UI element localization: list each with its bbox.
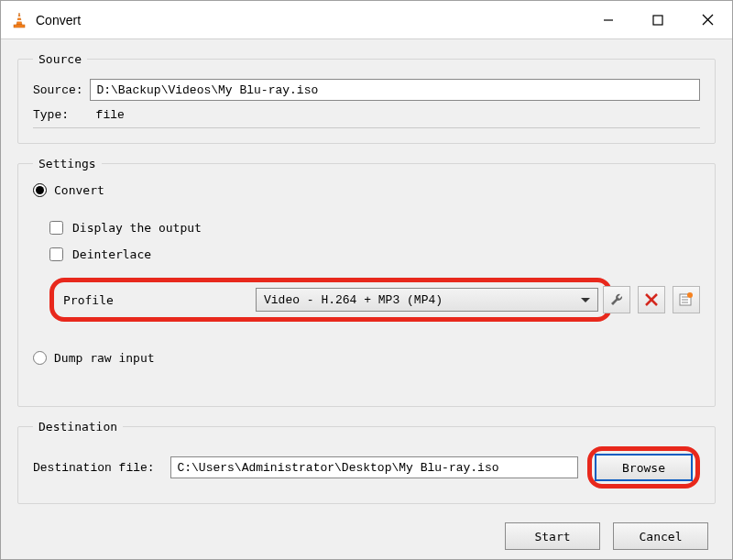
convert-radio-label: Convert bbox=[54, 183, 104, 197]
profile-highlight: Profile Video - H.264 + MP3 (MP4) bbox=[49, 278, 612, 322]
convert-window: Convert Source Source: Type: file bbox=[0, 0, 733, 560]
titlebar: Convert bbox=[1, 1, 732, 39]
profile-value: Video - H.264 + MP3 (MP4) bbox=[264, 293, 443, 307]
dump-raw-radio[interactable]: Dump raw input bbox=[33, 351, 155, 365]
svg-rect-4 bbox=[653, 16, 662, 25]
profile-row: Profile Video - H.264 + MP3 (MP4) bbox=[49, 278, 700, 322]
start-button[interactable]: Start bbox=[505, 522, 600, 550]
source-input[interactable] bbox=[90, 79, 700, 101]
divider bbox=[33, 127, 700, 128]
profile-combobox[interactable]: Video - H.264 + MP3 (MP4) bbox=[256, 288, 598, 312]
deinterlace-input[interactable] bbox=[49, 247, 63, 261]
delete-icon bbox=[645, 293, 658, 306]
destination-legend: Destination bbox=[33, 420, 123, 434]
display-output-label: Display the output bbox=[72, 221, 202, 235]
window-title: Convert bbox=[36, 13, 584, 27]
cancel-label: Cancel bbox=[640, 530, 683, 544]
svg-point-13 bbox=[687, 292, 693, 298]
source-legend: Source bbox=[33, 52, 87, 66]
settings-group: Settings Convert Display the output Dein… bbox=[17, 157, 716, 407]
source-group: Source Source: Type: file bbox=[17, 52, 716, 144]
delete-profile-button[interactable] bbox=[638, 286, 665, 313]
svg-rect-0 bbox=[17, 16, 22, 18]
new-profile-icon bbox=[679, 292, 694, 307]
type-value: file bbox=[96, 108, 125, 122]
profile-label: Profile bbox=[63, 293, 256, 307]
destination-file-label: Destination file: bbox=[33, 461, 161, 475]
edit-profile-button[interactable] bbox=[603, 286, 630, 313]
dump-raw-label: Dump raw input bbox=[54, 351, 155, 365]
convert-radio[interactable]: Convert bbox=[33, 183, 104, 197]
display-output-checkbox[interactable]: Display the output bbox=[49, 221, 202, 235]
browse-label: Browse bbox=[622, 461, 665, 475]
window-controls bbox=[584, 1, 732, 38]
content-area: Source Source: Type: file Settings Conve… bbox=[1, 39, 732, 559]
svg-rect-2 bbox=[14, 25, 25, 27]
chevron-down-icon bbox=[581, 293, 590, 307]
start-label: Start bbox=[534, 530, 570, 544]
display-output-input[interactable] bbox=[49, 221, 63, 235]
wrench-icon bbox=[609, 292, 624, 307]
dump-raw-input[interactable] bbox=[33, 351, 47, 365]
browse-button[interactable]: Browse bbox=[595, 454, 693, 481]
deinterlace-label: Deinterlace bbox=[72, 247, 151, 261]
deinterlace-checkbox[interactable]: Deinterlace bbox=[49, 247, 151, 261]
source-label: Source: bbox=[33, 83, 90, 97]
type-label: Type: bbox=[33, 108, 83, 122]
settings-legend: Settings bbox=[33, 157, 102, 170]
svg-rect-1 bbox=[16, 20, 22, 22]
maximize-button[interactable] bbox=[633, 1, 683, 38]
browse-highlight: Browse bbox=[587, 446, 700, 489]
dialog-button-row: Start Cancel bbox=[17, 517, 716, 550]
close-button[interactable] bbox=[683, 1, 732, 38]
destination-file-input[interactable] bbox=[170, 456, 578, 478]
new-profile-button[interactable] bbox=[673, 286, 700, 313]
convert-radio-input[interactable] bbox=[33, 183, 47, 197]
destination-group: Destination Destination file: Browse bbox=[17, 420, 716, 504]
vlc-cone-icon bbox=[10, 11, 28, 29]
minimize-button[interactable] bbox=[584, 1, 633, 38]
cancel-button[interactable]: Cancel bbox=[613, 522, 708, 550]
